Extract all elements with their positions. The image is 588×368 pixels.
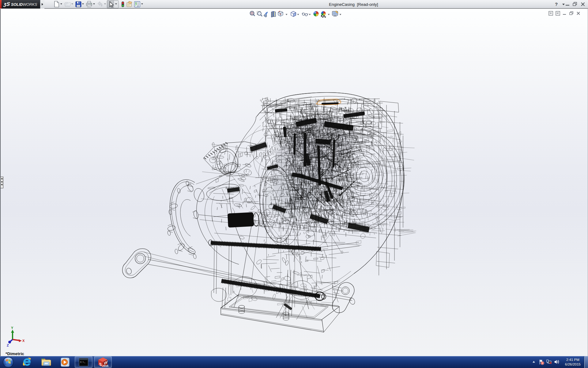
svg-text:2015: 2015 xyxy=(102,364,108,367)
svg-text:C:\_: C:\_ xyxy=(80,361,86,363)
svg-text:X: X xyxy=(22,339,25,343)
svg-text:?: ? xyxy=(555,2,558,7)
svg-text:Z: Z xyxy=(7,343,9,347)
svg-text:Y: Y xyxy=(11,326,13,330)
svg-text:S: S xyxy=(99,362,102,367)
